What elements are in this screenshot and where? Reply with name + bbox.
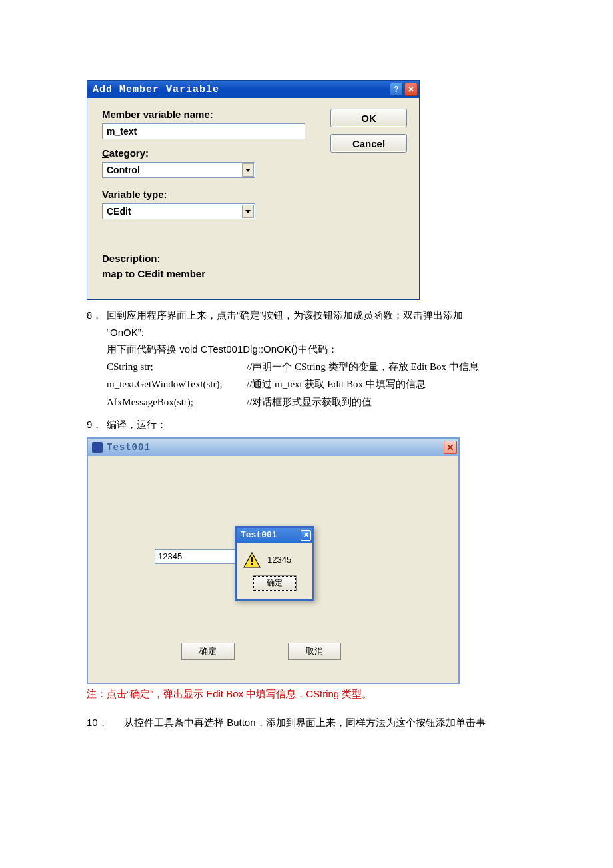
warning-icon	[243, 552, 261, 568]
svg-rect-4	[251, 563, 253, 565]
chevron-down-icon[interactable]	[242, 163, 254, 177]
add-member-variable-dialog: Add Member Variable ? ✕ Member variable …	[87, 80, 420, 300]
svg-marker-0	[245, 169, 251, 172]
svg-rect-3	[251, 557, 253, 562]
ok-button[interactable]: 确定	[253, 576, 296, 591]
close-icon[interactable]: ✕	[301, 530, 311, 541]
description-text: map to CEdit member	[102, 268, 320, 279]
step-9: 9，编译，运行：	[87, 416, 526, 433]
cancel-button[interactable]: Cancel	[330, 134, 407, 153]
test001-window: Test001 ✕ 12345 确定 取消 Test001 ✕	[87, 437, 460, 684]
message-text: 12345	[267, 555, 291, 565]
message-titlebar[interactable]: Test001 ✕	[237, 528, 312, 543]
help-icon[interactable]: ?	[390, 83, 403, 96]
message-box: Test001 ✕ 12345 确定	[235, 526, 314, 601]
close-icon[interactable]: ✕	[404, 83, 418, 96]
message-title: Test001	[241, 530, 301, 540]
variable-type-combo[interactable]: CEdit	[102, 203, 255, 219]
test001-title: Test001	[107, 442, 444, 453]
chevron-down-icon[interactable]	[242, 205, 254, 218]
member-variable-name-label: Member variable name:	[102, 109, 320, 120]
ok-button[interactable]: OK	[330, 109, 407, 127]
ok-button[interactable]: 确定	[181, 643, 235, 660]
test001-titlebar[interactable]: Test001 ✕	[88, 439, 458, 456]
app-icon	[92, 442, 103, 453]
close-icon[interactable]: ✕	[444, 441, 457, 454]
note-text: 注：点击“确定”，弹出显示 Edit Box 中填写信息，CString 类型。	[87, 688, 526, 701]
variable-type-label: Variable type:	[102, 189, 320, 200]
dialog-title: Add Member Variable	[93, 84, 388, 95]
category-label: Category:	[102, 147, 320, 159]
dialog-titlebar[interactable]: Add Member Variable ? ✕	[87, 81, 419, 98]
step-10: 10，从控件工具条中再选择 Button，添加到界面上来，同样方法为这个按钮添加…	[87, 714, 526, 731]
member-variable-name-input[interactable]: m_text	[102, 123, 305, 139]
category-combo[interactable]: Control	[102, 162, 255, 178]
description-label: Description:	[102, 253, 320, 264]
step-8: 8，回到应用程序界面上来，点击“确定”按钮，为该按钮添加成员函数；双击弹出添加 …	[87, 307, 526, 411]
cancel-button[interactable]: 取消	[288, 643, 341, 660]
svg-marker-1	[245, 210, 251, 213]
